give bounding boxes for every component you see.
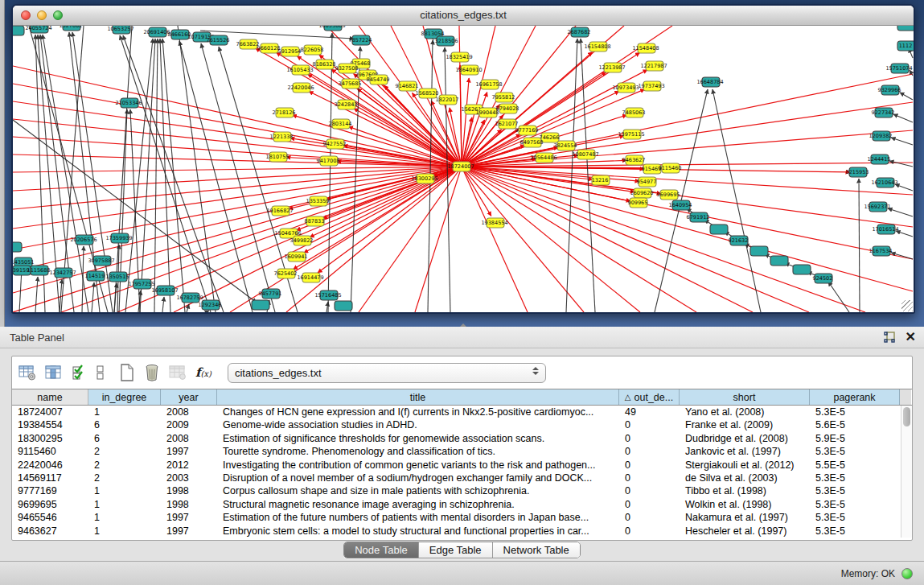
graph-node[interactable]: [897, 26, 914, 31]
graph-node[interactable]: 1112: [897, 41, 914, 51]
graph-node[interactable]: 3824554: [554, 141, 577, 150]
graph-node[interactable]: 1167534: [869, 246, 893, 256]
table-row[interactable]: 946362711997Embryonic stem cells: a mode…: [12, 525, 912, 538]
graph-node[interactable]: 1527602: [60, 26, 83, 31]
graph-node[interactable]: 2718126: [273, 108, 296, 117]
graph-node[interactable]: 16648784: [696, 77, 723, 87]
table-cell[interactable]: 1997: [161, 525, 217, 538]
table-cell[interactable]: 1997: [161, 511, 217, 524]
table-cell[interactable]: 0: [619, 525, 680, 538]
graph-node[interactable]: 15716485: [314, 290, 341, 300]
table-cell[interactable]: 2: [88, 472, 161, 484]
table-cell[interactable]: 2003: [161, 472, 217, 484]
graph-node[interactable]: 887833: [305, 216, 325, 226]
column-header-in_degree[interactable]: in_degree: [88, 389, 161, 405]
graph-node[interactable]: 15692371: [864, 202, 890, 212]
network-canvas[interactable]: 7663822966012859129541610543322420046271…: [13, 26, 914, 312]
graph-node[interactable]: 12213987: [598, 63, 625, 72]
graph-node[interactable]: 16105433: [286, 65, 313, 75]
graph-node[interactable]: [13, 242, 22, 252]
function-builder-button[interactable]: f(x): [195, 365, 211, 380]
table-cell[interactable]: 0: [619, 484, 680, 497]
table-cell[interactable]: Disruption of a novel member of a sodium…: [217, 472, 619, 484]
show-columns-button[interactable]: [45, 365, 63, 381]
deselect-all-button[interactable]: [96, 365, 105, 381]
table-cell[interactable]: 14569117: [12, 472, 88, 484]
table-row[interactable]: 2242004622012Investigating the contribut…: [12, 459, 912, 472]
graph-node[interactable]: 12217987: [640, 61, 667, 71]
table-cell[interactable]: Yano et al. (2008): [680, 406, 810, 418]
graph-node[interactable]: 7625402: [274, 269, 298, 278]
table-cell[interactable]: 0: [619, 511, 680, 524]
table-cell[interactable]: Tourette syndrome. Phenomenology and cla…: [217, 445, 619, 458]
table-cell[interactable]: Franke et al. (2009): [680, 418, 810, 431]
network-window-titlebar[interactable]: citations_edges.txt: [13, 6, 914, 26]
table-cell[interactable]: 6: [88, 432, 161, 445]
graph-node[interactable]: 1221338: [270, 132, 294, 142]
graph-node[interactable]: 8454749: [367, 75, 390, 84]
graph-node[interactable]: [710, 225, 728, 234]
graph-node[interactable]: 16154808: [584, 42, 610, 51]
table-cell[interactable]: 5.3E-5: [810, 445, 900, 458]
table-cell[interactable]: 9465546: [12, 511, 88, 524]
graph-node[interactable]: 13218506: [431, 36, 458, 46]
table-cell[interactable]: Jankovic et al. (1997): [680, 445, 810, 458]
graph-node[interactable]: 1810755: [266, 152, 290, 162]
graph-node[interactable]: [750, 246, 768, 256]
graph-node[interactable]: 9146821: [396, 81, 419, 91]
table-cell[interactable]: 19384554: [12, 418, 88, 431]
graph-node[interactable]: 8226058: [301, 45, 324, 55]
graph-node[interactable]: 5912954: [278, 47, 302, 56]
graph-node[interactable]: 13975115: [618, 130, 644, 139]
table-cell[interactable]: Embryonic stem cells: a model to study s…: [217, 525, 619, 538]
table-cell[interactable]: 0: [619, 432, 680, 445]
new-column-button[interactable]: [119, 364, 135, 381]
table-cell[interactable]: Estimation of the future numbers of pati…: [217, 511, 619, 524]
graph-node[interactable]: [252, 300, 269, 310]
table-row[interactable]: 969969511998Structural magnetic resonanc…: [12, 498, 912, 511]
table-cell[interactable]: 5.3E-5: [810, 406, 900, 418]
graph-node[interactable]: 18640910: [455, 65, 482, 75]
table-cell[interactable]: 5.3E-5: [810, 511, 900, 524]
graph-node[interactable]: 16210643: [871, 178, 897, 187]
graph-node[interactable]: 20691406: [143, 27, 170, 37]
graph-node[interactable]: 9329966: [878, 85, 901, 95]
table-cell[interactable]: 5.9E-5: [810, 432, 900, 445]
table-cell[interactable]: 1: [88, 511, 161, 524]
graph-node[interactable]: 19384554: [481, 218, 507, 228]
graph-node[interactable]: 6497568: [520, 138, 544, 147]
select-all-button[interactable]: [72, 365, 87, 381]
table-cell[interactable]: 0: [619, 418, 680, 431]
graph-node[interactable]: [770, 256, 788, 266]
table-row[interactable]: 911546021997Tourette syndrome. Phenomeno…: [12, 445, 912, 458]
table-cell[interactable]: 2008: [161, 406, 217, 418]
table-cell[interactable]: 1997: [161, 445, 217, 458]
table-cell[interactable]: Stergiakouli et al. (2012): [680, 459, 810, 472]
graph-node[interactable]: 24055724: [25, 26, 51, 33]
table-cell[interactable]: 9699695: [12, 498, 88, 511]
column-header-title[interactable]: title: [217, 389, 619, 405]
table-cell[interactable]: 18300295: [12, 432, 88, 445]
table-cell[interactable]: 5.3E-5: [810, 525, 900, 538]
table-mode-button[interactable]: [18, 365, 36, 381]
table-selector-dropdown[interactable]: citations_edges.txt: [228, 363, 546, 383]
graph-node[interactable]: 1115688: [27, 266, 51, 275]
table-row[interactable]: 1938455462009Genome-wide association stu…: [12, 418, 912, 431]
graph-node[interactable]: 1822017: [436, 95, 459, 105]
scrollbar-thumb[interactable]: [903, 407, 910, 426]
table-cell[interactable]: Dudbridge et al. (2008): [680, 432, 810, 445]
graph-node[interactable]: 7615526: [207, 35, 230, 45]
graph-node[interactable]: 7485063: [622, 108, 646, 117]
table-cell[interactable]: Investigating the contribution of common…: [217, 459, 619, 472]
graph-node[interactable]: 1609941: [285, 252, 308, 262]
graph-node[interactable]: 30975887: [88, 256, 114, 266]
graph-node[interactable]: 12342757: [49, 268, 76, 278]
table-cell[interactable]: 2008: [161, 432, 217, 445]
window-resize-grip[interactable]: [901, 300, 913, 311]
table-cell[interactable]: 1998: [161, 484, 217, 497]
network-view-window[interactable]: citations_edges.txt 76638229660128591295…: [11, 4, 915, 314]
table-cell[interactable]: 1: [88, 484, 161, 497]
table-cell[interactable]: 22420046: [12, 459, 88, 472]
table-cell[interactable]: 6: [88, 418, 161, 431]
delete-column-button[interactable]: [144, 364, 160, 381]
